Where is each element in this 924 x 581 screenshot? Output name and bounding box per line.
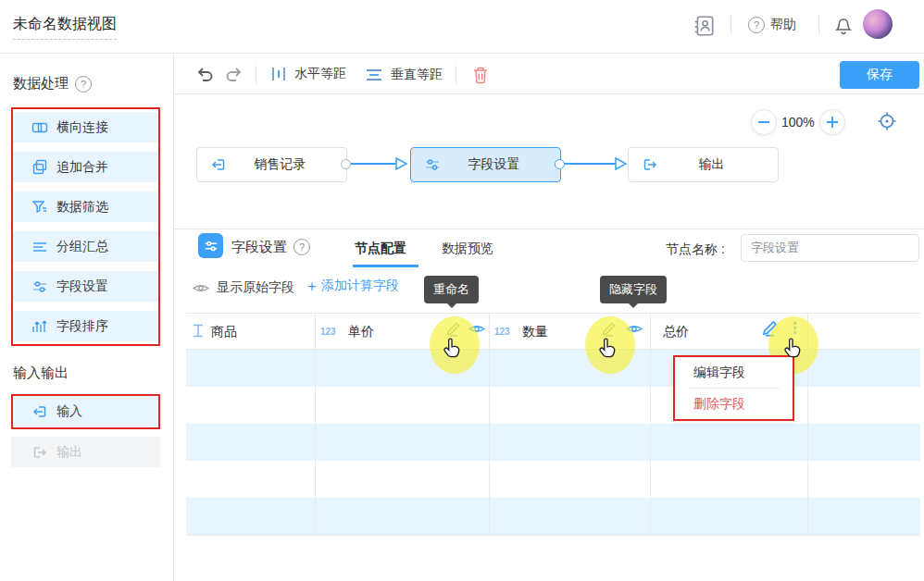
column-divider bbox=[489, 313, 490, 535]
tab-data-preview[interactable]: 数据预览 bbox=[442, 241, 493, 257]
app-window: 未命名数据视图 ? 帮助 数据处理 ? 横向连接 bbox=[0, 0, 924, 581]
question-circle-icon[interactable]: ? bbox=[75, 76, 92, 93]
zoom-in-button[interactable] bbox=[819, 109, 845, 135]
column-divider bbox=[315, 313, 316, 535]
show-original-fields-button[interactable]: 显示原始字段 bbox=[193, 279, 294, 296]
group-summary-icon bbox=[31, 239, 48, 255]
output-node-icon bbox=[642, 156, 658, 173]
column-header-product[interactable]: 商品 bbox=[211, 324, 237, 340]
plus-icon: + bbox=[307, 278, 317, 294]
output-port[interactable] bbox=[555, 159, 565, 169]
horizontal-join-icon bbox=[31, 119, 48, 136]
flow-node-output[interactable]: 输出 bbox=[628, 147, 779, 182]
topbar-divider bbox=[0, 53, 924, 54]
sidebar-divider bbox=[173, 53, 174, 581]
append-merge-icon bbox=[31, 159, 48, 176]
horizontal-spacing-button[interactable]: 水平等距 bbox=[270, 65, 346, 83]
flow-node-sales-records[interactable]: 销售记录 bbox=[196, 147, 347, 182]
output-port[interactable] bbox=[341, 159, 351, 169]
sidebar-item-field-settings[interactable]: 字段设置 bbox=[11, 271, 160, 302]
help-label: 帮助 bbox=[770, 17, 796, 33]
save-label: 保存 bbox=[867, 67, 893, 83]
sidebar-item-label: 横向连接 bbox=[56, 119, 108, 136]
node-name-input[interactable]: 字段设置 bbox=[741, 234, 919, 262]
text-type-icon bbox=[192, 323, 205, 339]
column-header-total-price[interactable]: 总价 bbox=[663, 324, 689, 340]
notification-bell-icon[interactable] bbox=[832, 14, 855, 36]
sidebar-item-label: 输出 bbox=[56, 444, 82, 461]
data-filter-icon bbox=[31, 199, 48, 216]
table-row[interactable] bbox=[186, 461, 920, 498]
zoom-out-button[interactable] bbox=[751, 109, 777, 135]
flow-edge bbox=[349, 157, 408, 170]
table-row[interactable] bbox=[186, 387, 920, 424]
hand-cursor-icon bbox=[597, 337, 620, 360]
field-settings-icon bbox=[31, 278, 48, 295]
table-row[interactable] bbox=[186, 498, 920, 535]
context-menu-edit-field[interactable]: 编辑字段 bbox=[675, 357, 793, 388]
sidebar-item-label: 字段排序 bbox=[56, 318, 108, 335]
sidebar-item-field-sort[interactable]: 字段排序 bbox=[11, 311, 160, 341]
locate-crosshair-icon[interactable] bbox=[876, 110, 898, 132]
sidebar-item-data-filter[interactable]: 数据筛选 bbox=[11, 192, 160, 222]
io-title: 输入输出 bbox=[13, 365, 69, 382]
undo-button[interactable] bbox=[194, 65, 215, 85]
panel-top-divider bbox=[174, 229, 924, 229]
number-type-icon: 123 bbox=[494, 327, 510, 337]
hide-field-tooltip: 隐藏字段 bbox=[600, 276, 667, 303]
column-header-unit-price[interactable]: 单价 bbox=[348, 324, 374, 340]
sidebar-item-label: 输入 bbox=[56, 403, 82, 420]
eye-icon bbox=[193, 282, 209, 294]
sidebar-item-input[interactable]: 输入 bbox=[11, 396, 160, 426]
tab-node-config[interactable]: 节点配置 bbox=[355, 241, 406, 257]
toolbar-separator bbox=[456, 66, 456, 84]
field-settings-icon bbox=[424, 156, 441, 173]
input-icon bbox=[31, 403, 48, 420]
flow-node-field-settings[interactable]: 字段设置 bbox=[410, 147, 561, 182]
rename-tooltip: 重命名 bbox=[424, 276, 479, 303]
sidebar-item-group-summary[interactable]: 分组汇总 bbox=[11, 231, 160, 262]
delete-trash-icon[interactable] bbox=[470, 65, 491, 85]
data-processing-title: 数据处理 bbox=[13, 75, 69, 93]
sidebar-item-horizontal-join[interactable]: 横向连接 bbox=[11, 112, 160, 142]
sidebar-item-append-merge[interactable]: 追加合并 bbox=[11, 152, 160, 182]
minus-icon bbox=[758, 121, 769, 123]
table-row[interactable] bbox=[186, 424, 920, 461]
plus-icon bbox=[827, 117, 838, 128]
sidebar-item-label: 分组汇总 bbox=[56, 239, 108, 255]
sidebar-item-output: 输出 bbox=[11, 437, 160, 467]
redo-button[interactable] bbox=[224, 65, 244, 85]
contacts-book-icon[interactable] bbox=[693, 14, 717, 38]
user-avatar[interactable] bbox=[863, 9, 893, 39]
hand-cursor-icon bbox=[442, 337, 465, 360]
topbar-separator bbox=[818, 16, 819, 34]
add-calculated-field-button[interactable]: + 添加计算字段 bbox=[307, 278, 399, 294]
add-calculated-field-label: 添加计算字段 bbox=[321, 278, 399, 294]
vertical-spacing-button[interactable]: 垂直等距 bbox=[365, 67, 443, 83]
column-header-quantity[interactable]: 数量 bbox=[522, 324, 548, 340]
save-button[interactable]: 保存 bbox=[840, 61, 919, 89]
field-settings-panel-icon bbox=[198, 233, 223, 258]
flow-node-label: 销售记录 bbox=[227, 156, 333, 173]
output-icon bbox=[31, 444, 48, 461]
flow-node-label: 输出 bbox=[658, 156, 765, 173]
question-circle-icon[interactable]: ? bbox=[293, 239, 310, 255]
toolbar-divider bbox=[174, 93, 924, 94]
field-context-menu: 编辑字段 删除字段 bbox=[673, 355, 794, 421]
vertical-spacing-icon bbox=[365, 68, 383, 82]
help-button[interactable]: ? 帮助 bbox=[748, 17, 796, 33]
question-circle-icon: ? bbox=[748, 17, 765, 33]
topbar-separator bbox=[730, 16, 731, 34]
show-original-fields-label: 显示原始字段 bbox=[217, 279, 294, 296]
sidebar-item-label: 数据筛选 bbox=[56, 199, 108, 216]
flow-edge bbox=[563, 157, 628, 170]
panel-title: 字段设置 bbox=[231, 239, 287, 256]
page-title[interactable]: 未命名数据视图 bbox=[13, 15, 117, 40]
vertical-spacing-label: 垂直等距 bbox=[391, 67, 443, 83]
node-name-label: 节点名称 : bbox=[666, 241, 725, 258]
column-divider bbox=[650, 313, 651, 535]
node-name-value: 字段设置 bbox=[751, 241, 799, 254]
horizontal-spacing-label: 水平等距 bbox=[294, 66, 346, 82]
zoom-level: 100% bbox=[781, 115, 815, 130]
context-menu-delete-field[interactable]: 删除字段 bbox=[675, 389, 793, 419]
